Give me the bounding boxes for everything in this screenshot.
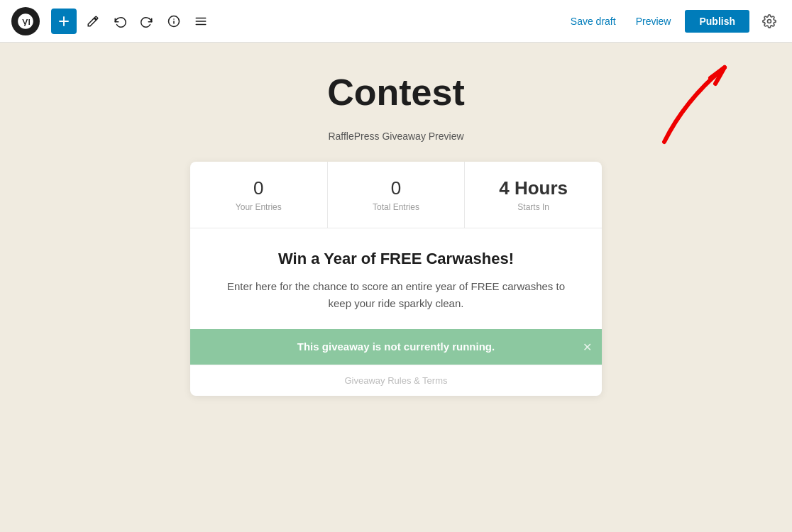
stat-your-entries-label: Your Entries [197,202,320,212]
stat-your-entries: 0 Your Entries [190,162,328,228]
stats-row: 0 Your Entries 0 Total Entries 4 Hours S… [190,162,602,228]
edit-tool-button[interactable] [82,11,104,32]
giveaway-rules-text: Giveaway Rules & Terms [345,375,448,386]
giveaway-description: Enter here for the chance to score an en… [219,278,573,312]
giveaway-title: Win a Year of FREE Carwashes! [219,250,573,268]
redo-button[interactable] [136,11,158,32]
topbar-right: Save draft Preview Publish [565,10,781,33]
stat-starts-in-label: Starts In [472,202,595,212]
topbar: Save draft Preview Publish [0,0,792,43]
save-draft-button[interactable]: Save draft [565,11,622,31]
giveaway-rules[interactable]: Giveaway Rules & Terms [190,365,602,396]
stat-total-entries-label: Total Entries [335,202,458,212]
svg-point-6 [768,19,771,23]
info-button[interactable] [163,11,185,32]
close-banner-button[interactable]: ✕ [583,340,592,354]
undo-button[interactable] [109,11,131,32]
preview-button[interactable]: Preview [630,11,677,31]
publish-button[interactable]: Publish [685,10,749,33]
main-content: Contest RafflePress Giveaway Preview 0 Y… [0,43,792,532]
giveaway-widget: 0 Your Entries 0 Total Entries 4 Hours S… [190,162,602,396]
add-block-button[interactable] [51,9,77,34]
stat-starts-in: 4 Hours Starts In [465,162,602,228]
wordpress-logo[interactable] [11,7,40,35]
settings-button[interactable] [758,10,781,33]
stat-starts-in-number: 4 Hours [472,177,595,199]
stat-your-entries-number: 0 [197,177,320,199]
page-title: Contest [14,71,778,113]
giveaway-body: Win a Year of FREE Carwashes! Enter here… [190,228,602,329]
stat-total-entries-number: 0 [335,177,458,199]
raffle-preview-label: RafflePress Giveaway Preview [14,131,778,142]
giveaway-not-running-text: This giveaway is not currently running. [297,340,495,353]
list-view-button[interactable] [190,11,211,32]
giveaway-not-running-banner: This giveaway is not currently running. … [190,329,602,365]
stat-total-entries: 0 Total Entries [328,162,466,228]
